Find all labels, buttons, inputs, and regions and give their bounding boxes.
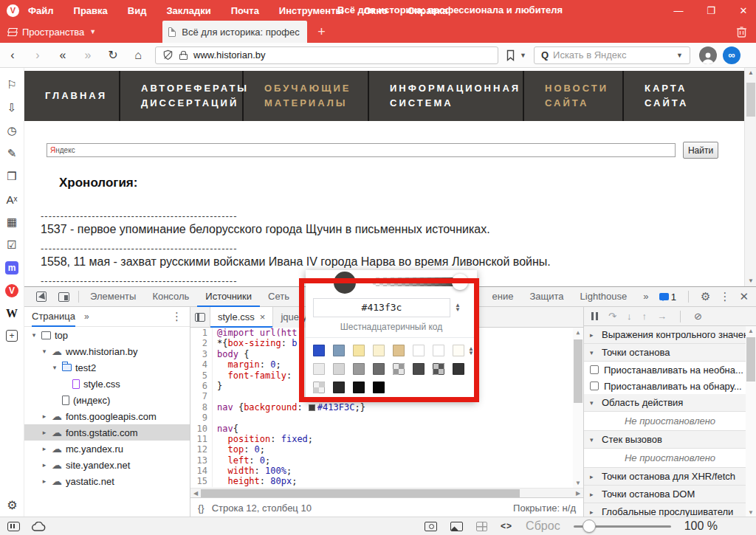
palette-color-swatch[interactable] <box>313 363 325 375</box>
navigator-tab-page[interactable]: Страница <box>32 307 75 327</box>
line-number[interactable]: 7 <box>190 391 213 401</box>
braces-icon[interactable]: {} <box>198 503 205 514</box>
devtools-tab[interactable]: Консоль <box>144 287 197 307</box>
maximize-button[interactable]: ❐ <box>706 5 716 16</box>
section-expand-icon[interactable]: ▸ <box>590 473 597 480</box>
scroll-down-icon[interactable]: ▼ <box>745 276 756 286</box>
menu-item[interactable]: Вид <box>128 5 147 16</box>
bookmarks-icon[interactable]: ⚐ <box>5 78 18 92</box>
downloads-icon[interactable]: ⇩ <box>5 101 18 114</box>
palette-color-swatch[interactable] <box>353 382 365 393</box>
step-icon[interactable]: → <box>657 311 667 322</box>
file-tree-item[interactable]: ▸☁mc.yandex.ru <box>24 441 190 457</box>
devtools-tab[interactable]: Защита <box>521 287 571 307</box>
rewind-button[interactable]: « <box>50 49 75 62</box>
history-icon[interactable]: ◷ <box>5 124 18 137</box>
profile-avatar[interactable] <box>699 46 717 64</box>
line-number[interactable]: 11 <box>190 434 213 444</box>
tasks-icon[interactable]: ☑ <box>5 238 18 252</box>
palette-color-swatch[interactable] <box>373 382 385 393</box>
sync-cloud-icon[interactable] <box>32 522 46 531</box>
editor-tab[interactable]: style.css× <box>210 307 273 328</box>
site-nav-link[interactable]: ОБУЧАЮЩИЕ МАТЕРИАЛЫ <box>244 71 369 121</box>
checkbox[interactable] <box>590 365 599 374</box>
capture-page-icon[interactable] <box>425 522 437 531</box>
alpha-slider-knob[interactable] <box>452 274 468 290</box>
scrollbar-thumb[interactable] <box>746 337 755 382</box>
debugger-section-header[interactable]: ▾Точки останова <box>584 344 756 362</box>
notes-icon[interactable]: ✎ <box>5 147 18 160</box>
editor-vertical-scrollbar[interactable]: ▲ ▼ <box>573 328 583 488</box>
inline-color-swatch[interactable] <box>309 404 315 411</box>
mastodon-icon[interactable]: m <box>5 261 18 275</box>
page-actions-code-icon[interactable]: <> <box>501 521 512 531</box>
toggle-navigator-icon[interactable] <box>195 313 205 322</box>
section-expand-icon[interactable]: ▾ <box>590 349 597 356</box>
debugger-section-header[interactable]: ▸Глобальные прослушиватели <box>584 503 756 517</box>
palette-color-swatch[interactable] <box>413 363 425 375</box>
file-tree-item[interactable]: ▾top <box>24 327 190 343</box>
section-expand-icon[interactable]: ▾ <box>590 436 597 443</box>
tree-expand-icon[interactable]: ▸ <box>41 429 48 436</box>
debugger-section-header[interactable]: ▸Точки останова DOM <box>584 486 756 503</box>
inspect-element-icon[interactable] <box>36 291 47 302</box>
vivaldi-icon[interactable]: V <box>5 284 18 297</box>
zoom-slider[interactable] <box>574 520 671 533</box>
site-nav-link[interactable]: КАРТА САЙТА <box>624 71 744 121</box>
devtools-tab[interactable]: ение <box>484 287 522 307</box>
page-scrollbar[interactable]: ▲ ▼ <box>744 68 756 286</box>
file-tree-item[interactable]: ▸☁fonts.gstatic.com <box>24 424 190 441</box>
site-nav-link[interactable]: ГЛАВНАЯ <box>24 71 120 121</box>
line-number[interactable]: 5 <box>190 370 213 381</box>
menu-item[interactable]: Закладки <box>166 5 210 16</box>
section-expand-icon[interactable]: ▾ <box>590 399 597 407</box>
devtools-settings-gear-icon[interactable]: ⚙ <box>701 290 710 303</box>
palette-color-swatch[interactable] <box>413 345 425 356</box>
home-button[interactable]: ⌂ <box>126 49 151 62</box>
debugger-section-header[interactable]: ▾Область действия <box>584 394 756 412</box>
site-search-button[interactable]: Найти <box>683 142 718 159</box>
tree-expand-icon[interactable]: ▸ <box>41 461 48 469</box>
file-tree-item[interactable]: ▸☁yastatic.net <box>24 473 190 489</box>
palette-spinner[interactable]: ▲▼ <box>468 347 474 356</box>
bookmark-dropdown-icon[interactable]: ▼ <box>520 52 526 59</box>
scroll-up-icon[interactable]: ▲ <box>573 328 583 337</box>
tree-expand-icon[interactable]: ▾ <box>30 331 38 339</box>
devtools-tab[interactable]: Lighthouse <box>572 287 636 307</box>
menu-item[interactable]: Инструменты <box>279 5 344 16</box>
scrollbar-thumb[interactable] <box>746 83 755 117</box>
debugger-section-header[interactable]: ▸Точки останова для XHR/fetch <box>584 468 756 486</box>
url-field[interactable]: www.historian.by <box>155 46 498 64</box>
palette-color-swatch[interactable] <box>373 363 385 375</box>
line-number[interactable]: 8 <box>190 402 213 413</box>
scroll-up-icon[interactable]: ▲ <box>746 326 756 336</box>
scrollbar-thumb[interactable] <box>201 489 520 497</box>
menu-item[interactable]: Файл <box>28 5 54 16</box>
more-devtools-tabs-button[interactable]: » <box>635 287 656 307</box>
search-field[interactable]: Q Искать в Яндекс ▼ <box>534 46 690 64</box>
zoom-reset-button[interactable]: Сброс <box>526 520 560 533</box>
site-search-input[interactable]: Яндекс <box>47 143 676 157</box>
section-expand-icon[interactable]: ▸ <box>590 491 597 498</box>
scroll-up-icon[interactable]: ▲ <box>745 68 756 78</box>
issues-badge[interactable]: 1 <box>659 291 676 303</box>
palette-color-swatch[interactable] <box>353 345 365 356</box>
palette-color-swatch[interactable] <box>433 363 444 375</box>
windows-icon[interactable]: ❒ <box>5 170 18 183</box>
calendar-icon[interactable]: ▦ <box>5 215 18 229</box>
devtools-close-icon[interactable]: ✕ <box>739 290 749 303</box>
line-number[interactable]: 12 <box>190 444 213 455</box>
editor-horizontal-scrollbar[interactable]: ◀ ▶ <box>190 488 583 497</box>
step-out-icon[interactable]: ↑ <box>642 311 647 322</box>
palette-color-swatch[interactable] <box>333 345 345 356</box>
palette-color-swatch[interactable] <box>433 345 444 356</box>
closed-tabs-trash-button[interactable] <box>736 21 747 43</box>
debugger-section-header[interactable]: ▸Выражения контрольного значен <box>584 326 756 344</box>
bookmark-icon[interactable] <box>506 49 515 61</box>
site-nav-link[interactable]: АВТОРЕФЕРАТЫ ДИССЕРТАЦИЙ <box>120 71 244 121</box>
browser-logo-icon[interactable]: V <box>7 4 19 17</box>
toggle-panel-icon[interactable] <box>7 522 20 531</box>
translate-icon[interactable]: Aˣ <box>5 193 18 206</box>
pause-script-icon[interactable] <box>591 312 598 320</box>
line-number[interactable]: 13 <box>190 455 213 466</box>
